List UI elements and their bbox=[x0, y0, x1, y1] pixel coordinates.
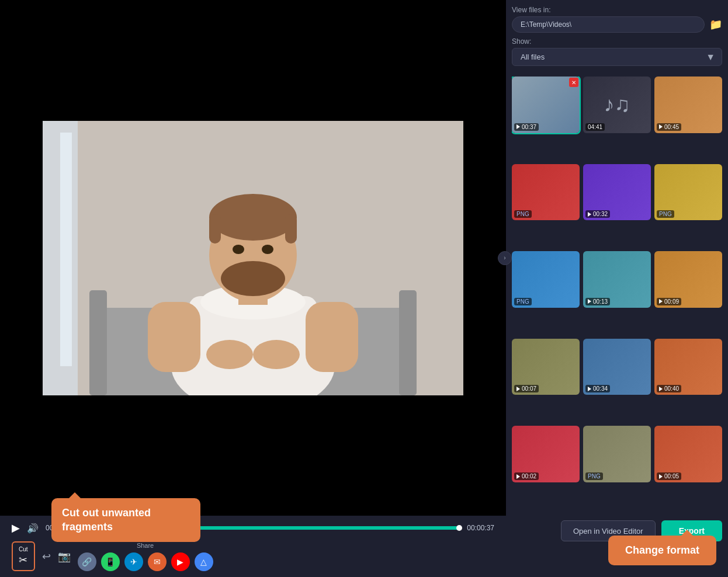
duration-text: 00:05 bbox=[664, 473, 679, 479]
video-preview bbox=[43, 121, 463, 395]
svg-rect-20 bbox=[306, 302, 358, 372]
duration-text: 00:09 bbox=[664, 298, 679, 305]
chevron-right-icon: › bbox=[504, 255, 505, 261]
duration-text: 00:13 bbox=[593, 298, 608, 305]
share-gdrive-button[interactable]: △ bbox=[195, 552, 213, 571]
svg-rect-5 bbox=[399, 290, 417, 395]
share-email-button[interactable]: ✉ bbox=[148, 552, 167, 571]
file-thumbnail[interactable]: 00:02 bbox=[512, 426, 580, 482]
play-triangle-icon bbox=[659, 474, 663, 479]
svg-rect-4 bbox=[89, 290, 107, 395]
progress-bar[interactable] bbox=[80, 526, 460, 530]
thumb-duration-label: 00:09 bbox=[657, 298, 681, 305]
png-badge: PNG bbox=[514, 298, 532, 305]
thumb-duration-label: 00:45 bbox=[657, 123, 681, 131]
duration-text: 00:40 bbox=[664, 385, 679, 392]
file-thumbnail[interactable]: 00:40 bbox=[654, 339, 722, 395]
thumb-duration-label: 00:07 bbox=[514, 385, 539, 392]
file-thumbnail[interactable]: PNG bbox=[583, 426, 651, 482]
file-thumbnail[interactable]: PNG bbox=[512, 164, 580, 221]
svg-rect-2 bbox=[60, 133, 72, 366]
thumb-duration-label: 00:13 bbox=[585, 298, 610, 305]
play-triangle-icon bbox=[659, 124, 663, 129]
svg-rect-12 bbox=[209, 214, 221, 244]
duration-text: 00:02 bbox=[522, 473, 536, 479]
video-section bbox=[0, 0, 506, 516]
file-thumbnail[interactable]: PNG bbox=[512, 251, 580, 308]
file-thumbnail[interactable]: 00:05 bbox=[654, 426, 722, 482]
file-thumbnail[interactable]: ✕00:37 bbox=[512, 77, 580, 133]
export-button[interactable]: Export bbox=[661, 520, 722, 541]
duration-text: 00:07 bbox=[522, 385, 536, 392]
path-row: 📁 bbox=[512, 16, 722, 33]
cut-button-label: Cut bbox=[19, 546, 28, 552]
play-triangle-icon bbox=[588, 387, 591, 391]
file-thumbnail[interactable]: 00:07 bbox=[512, 339, 580, 395]
undo-button[interactable]: ↩ bbox=[42, 550, 51, 563]
svg-point-14 bbox=[233, 245, 244, 254]
svg-point-16 bbox=[221, 261, 285, 296]
svg-rect-19 bbox=[148, 302, 200, 372]
show-select[interactable]: All files bbox=[512, 48, 722, 66]
view-files-label: View files in: bbox=[512, 6, 722, 14]
volume-button[interactable]: 🔊 bbox=[27, 523, 39, 534]
file-thumbnail[interactable]: 00:32 bbox=[583, 164, 651, 221]
play-triangle-icon bbox=[659, 299, 663, 304]
share-section: Share 🔗 📱 ✈ ✉ ▶ △ bbox=[78, 542, 213, 571]
svg-point-11 bbox=[209, 194, 297, 241]
bottom-right: Open in Video Editor Export bbox=[506, 516, 728, 577]
progress-fill bbox=[80, 526, 460, 530]
file-thumbnail[interactable]: 00:09 bbox=[654, 251, 722, 308]
progress-handle[interactable] bbox=[456, 525, 462, 531]
file-thumbnail[interactable]: ♪♫04:41 bbox=[583, 77, 651, 133]
thumb-duration-label: 00:37 bbox=[514, 123, 539, 131]
svg-point-18 bbox=[253, 340, 300, 369]
svg-rect-13 bbox=[285, 214, 297, 244]
file-thumbnail[interactable]: PNG bbox=[654, 164, 722, 221]
file-thumbnail[interactable]: 00:45 bbox=[654, 77, 722, 133]
play-triangle-icon bbox=[659, 387, 663, 391]
share-label: Share bbox=[137, 542, 154, 549]
png-badge: PNG bbox=[514, 210, 532, 218]
share-telegram-button[interactable]: ✈ bbox=[124, 552, 143, 571]
sidebar: › View files in: 📁 Show: All files ▼ ✕00… bbox=[506, 0, 728, 516]
svg-point-17 bbox=[206, 340, 253, 369]
bottom-section: ▶ 🔊 00:00:00 00:00:37 Cut ✂ ↩ 📷 Share bbox=[0, 516, 728, 577]
play-button[interactable]: ▶ bbox=[12, 522, 20, 534]
browse-folder-button[interactable]: 📁 bbox=[709, 18, 722, 31]
file-thumbnail[interactable]: 00:34 bbox=[583, 339, 651, 395]
share-youtube-button[interactable]: ▶ bbox=[171, 552, 190, 571]
thumb-duration-label: 00:32 bbox=[585, 210, 610, 218]
sidebar-header: View files in: 📁 Show: All files ▼ bbox=[512, 6, 722, 72]
play-triangle-icon bbox=[588, 212, 591, 217]
duration-text: 00:34 bbox=[593, 385, 608, 392]
open-editor-button[interactable]: Open in Video Editor bbox=[561, 520, 656, 541]
time-total: 00:00:37 bbox=[467, 524, 494, 532]
time-current: 00:00:00 bbox=[46, 524, 73, 532]
show-label: Show: bbox=[512, 37, 722, 46]
cut-button[interactable]: Cut ✂ bbox=[12, 541, 35, 571]
share-link-button[interactable]: 🔗 bbox=[78, 552, 96, 571]
thumb-duration-label: 04:41 bbox=[585, 123, 605, 131]
file-close-button[interactable]: ✕ bbox=[569, 78, 578, 87]
play-triangle-icon bbox=[516, 474, 520, 479]
scissors-icon: ✂ bbox=[19, 554, 27, 566]
thumb-duration-label: 00:40 bbox=[657, 385, 681, 392]
bottom-bar: ▶ 🔊 00:00:00 00:00:37 Cut ✂ ↩ 📷 Share bbox=[0, 516, 506, 577]
screenshot-button[interactable]: 📷 bbox=[58, 550, 71, 563]
toolbar-row: Cut ✂ ↩ 📷 Share 🔗 📱 ✈ ✉ ▶ △ bbox=[12, 541, 494, 571]
duration-text: 04:41 bbox=[588, 124, 602, 130]
png-badge: PNG bbox=[657, 210, 674, 218]
play-triangle-icon bbox=[588, 299, 591, 304]
png-badge: PNG bbox=[585, 472, 603, 480]
file-grid: ✕00:37♪♫04:4100:45PNG00:32PNGPNG00:1300:… bbox=[512, 77, 722, 510]
path-input[interactable] bbox=[512, 16, 705, 33]
collapse-sidebar-button[interactable]: › bbox=[498, 251, 512, 265]
thumb-duration-label: 00:05 bbox=[657, 472, 681, 480]
sidebar-bottom-row: Open in Video Editor Export bbox=[506, 516, 728, 544]
svg-point-15 bbox=[262, 245, 273, 254]
share-icons: 🔗 📱 ✈ ✉ ▶ △ bbox=[78, 552, 213, 571]
share-whatsapp-button[interactable]: 📱 bbox=[101, 552, 120, 571]
file-thumbnail[interactable]: 00:13 bbox=[583, 251, 651, 308]
timeline-row: ▶ 🔊 00:00:00 00:00:37 bbox=[12, 522, 494, 537]
